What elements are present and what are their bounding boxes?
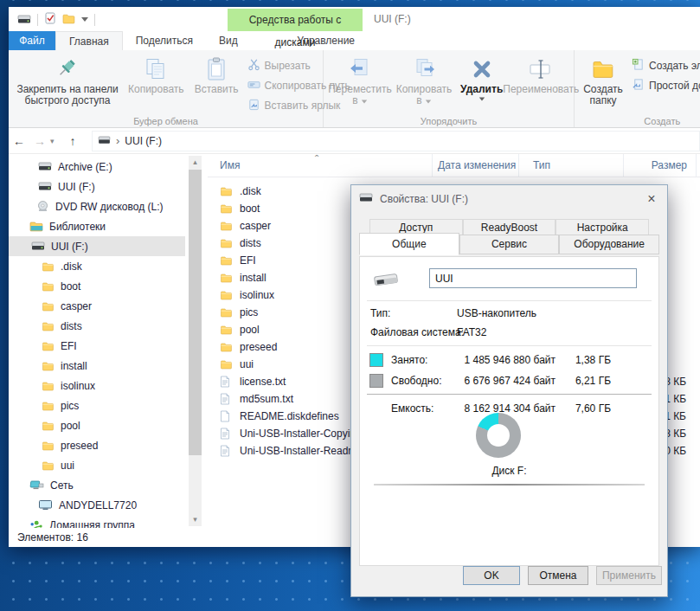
folder-icon: [220, 203, 234, 214]
qat-customize-chevron-icon[interactable]: [81, 17, 88, 22]
ribbon: Закрепить на панели быстрого доступа Коп…: [9, 50, 700, 128]
forward-button[interactable]: →: [29, 134, 50, 148]
new-item-button[interactable]: Создать элемент: [632, 58, 700, 74]
breadcrumb-path: UUI (F:): [125, 135, 162, 147]
file-icon: [220, 410, 234, 422]
paste-button[interactable]: Вставить: [189, 52, 244, 95]
breadcrumb[interactable]: › UUI (F:): [92, 131, 700, 151]
sidebar-item[interactable]: EFI: [9, 336, 185, 356]
apply-button[interactable]: Применить: [596, 566, 662, 585]
drive-icon: [98, 135, 111, 147]
sidebar-item[interactable]: preseed: [9, 435, 185, 455]
recent-locations-chevron-icon[interactable]: ▾: [50, 137, 62, 145]
computer-icon: [38, 499, 53, 511]
sidebar-item[interactable]: DVD RW дисковод (L:): [9, 196, 185, 216]
column-header-size[interactable]: Размер: [624, 154, 697, 177]
sidebar-item-label: dists: [61, 320, 82, 332]
new-folder-button[interactable]: Создать папку: [578, 52, 628, 106]
disk-tools-contextual-tab[interactable]: Средства работы с дисками: [228, 9, 363, 31]
copy-icon: [143, 55, 169, 84]
copy-label: Копировать: [128, 84, 184, 95]
column-header-type[interactable]: Тип: [519, 154, 624, 177]
rename-button[interactable]: Переименовать: [508, 52, 574, 95]
tab-general[interactable]: Общие: [359, 233, 459, 255]
easy-access-icon: [632, 78, 645, 93]
tab-hardware[interactable]: Оборудование: [559, 235, 659, 254]
new-folder-qat-icon[interactable]: [62, 12, 75, 28]
network-icon: [29, 479, 44, 491]
dvd-disc-icon: [36, 201, 49, 212]
copy-to-button[interactable]: Копировать в: [393, 52, 455, 106]
dialog-tabs: Доступ ReadyBoost Настройка Общие Сервис…: [359, 219, 659, 258]
folder-icon: [42, 341, 55, 351]
delete-button[interactable]: Удалить: [455, 52, 508, 101]
sidebar-item[interactable]: install: [9, 356, 185, 376]
tab-home[interactable]: Главная: [55, 31, 123, 50]
column-header-name[interactable]: Имя: [208, 154, 433, 177]
tab-readyboost[interactable]: ReadyBoost: [463, 219, 556, 236]
sidebar-item[interactable]: isolinux: [9, 376, 185, 396]
paste-icon: [204, 55, 228, 84]
sidebar-item[interactable]: ANDYDELL7720: [9, 495, 185, 515]
sidebar-item[interactable]: Домашняя группа: [9, 515, 185, 528]
cancel-button[interactable]: Отмена: [528, 566, 588, 585]
sidebar-item[interactable]: UUI (F:): [9, 177, 185, 196]
sidebar-item[interactable]: UUI (F:): [9, 236, 185, 256]
scroll-down-icon[interactable]: ▾: [189, 513, 202, 526]
filesystem-label: Файловая система:: [370, 326, 464, 338]
sidebar-item-label: pics: [61, 400, 79, 412]
separator: [94, 14, 95, 26]
easy-access-button[interactable]: Простой доступ: [632, 78, 700, 93]
close-icon[interactable]: ×: [644, 191, 659, 207]
tab-view[interactable]: Вид: [206, 31, 251, 50]
cut-icon: [247, 58, 260, 74]
move-to-label2: в: [352, 95, 357, 106]
sidebar-item[interactable]: pool: [9, 415, 185, 435]
separator: [367, 345, 652, 346]
folder-icon: [220, 255, 234, 266]
tab-file[interactable]: Файл: [9, 31, 55, 50]
copy-button[interactable]: Копировать: [123, 52, 189, 95]
ok-button[interactable]: OK: [463, 566, 520, 585]
tab-tools[interactable]: Сервис: [459, 235, 560, 254]
volume-label-input[interactable]: [429, 268, 637, 288]
sidebar-tree: Archive (E:) UUI (F:): [9, 157, 185, 528]
drive-icon: [359, 193, 373, 205]
sidebar-item[interactable]: Библиотеки: [9, 216, 185, 236]
tab-customize[interactable]: Настройка: [556, 219, 649, 236]
text-file-icon: [220, 445, 234, 457]
sidebar-item-label: preseed: [61, 440, 98, 452]
scroll-up-icon[interactable]: ▴: [189, 156, 202, 169]
dialog-title: Свойства: UUI (F:): [380, 193, 637, 205]
sidebar-item[interactable]: boot: [9, 276, 185, 296]
sidebar-item[interactable]: dists: [9, 316, 185, 336]
sidebar-scrollbar[interactable]: ▴ ▾: [189, 156, 202, 526]
chevron-down-icon: [425, 100, 430, 104]
used-label: Занято:: [391, 354, 427, 366]
sidebar-item[interactable]: Сеть: [9, 475, 185, 495]
sort-ascending-icon[interactable]: ˆ: [315, 153, 318, 166]
back-button[interactable]: ←: [9, 134, 29, 148]
up-button[interactable]: ↑: [62, 134, 83, 148]
sidebar-item[interactable]: .disk: [9, 256, 185, 276]
drive-icon[interactable]: [17, 12, 31, 28]
sidebar-item[interactable]: Archive (E:): [9, 157, 185, 177]
delete-label: Удалить: [460, 84, 503, 95]
free-bytes: 6 676 967 424 байт: [450, 375, 556, 387]
move-to-button[interactable]: Переместить в: [327, 52, 393, 106]
tab-share[interactable]: Поделиться: [123, 31, 206, 50]
separator: [367, 394, 652, 395]
used-bytes: 1 485 946 880 байт: [450, 354, 556, 366]
pin-to-quick-access-button[interactable]: Закрепить на панели быстрого доступа: [12, 52, 123, 106]
delete-icon: [469, 55, 495, 84]
separator: [367, 300, 652, 301]
move-to-label: Переместить: [328, 84, 392, 95]
sidebar-item[interactable]: casper: [9, 296, 185, 316]
drive-icon: [31, 241, 45, 251]
scrollbar-thumb[interactable]: [189, 170, 202, 455]
properties-check-icon[interactable]: [44, 11, 56, 28]
column-header-date[interactable]: Дата изменения: [433, 154, 519, 177]
quick-access-toolbar: [17, 11, 95, 28]
sidebar-item[interactable]: uui: [9, 455, 185, 475]
sidebar-item[interactable]: pics: [9, 396, 185, 415]
